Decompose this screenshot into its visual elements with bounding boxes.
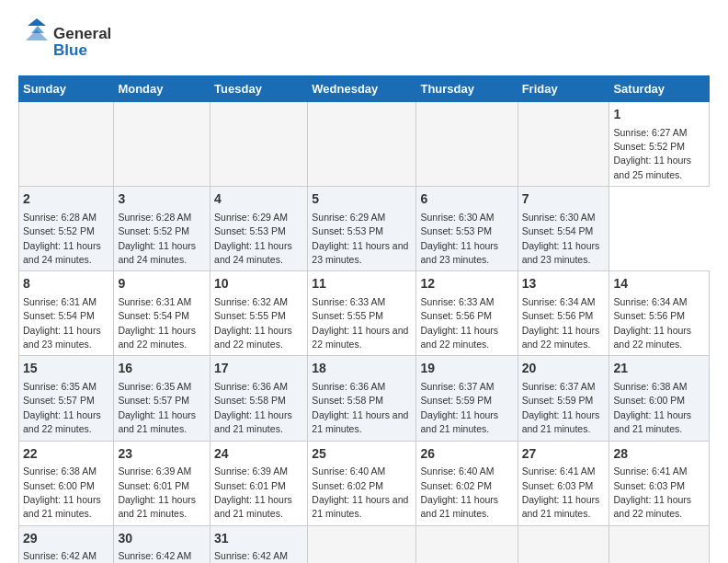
calendar-cell: 26 Sunrise: 6:40 AM Sunset: 6:02 PM Dayl… — [416, 441, 518, 525]
calendar-cell: 15 Sunrise: 6:35 AM Sunset: 5:57 PM Dayl… — [19, 356, 114, 441]
daylight-info: Daylight: 11 hours and 21 minutes. — [522, 494, 600, 519]
day-number: 8 — [23, 275, 109, 293]
day-header: Thursday — [416, 76, 518, 102]
sunrise-info: Sunrise: 6:32 AM — [214, 296, 288, 307]
calendar-cell: 12 Sunrise: 6:33 AM Sunset: 5:56 PM Dayl… — [416, 271, 518, 356]
sunset-info: Sunset: 5:56 PM — [522, 310, 594, 321]
calendar-cell: 27 Sunrise: 6:41 AM Sunset: 6:03 PM Dayl… — [518, 441, 609, 525]
sunset-info: Sunset: 6:01 PM — [118, 480, 189, 491]
sunset-info: Sunset: 5:53 PM — [420, 225, 492, 236]
calendar-cell — [609, 525, 710, 563]
calendar-cell: 23 Sunrise: 6:39 AM Sunset: 6:01 PM Dayl… — [114, 441, 210, 525]
daylight-info: Daylight: 11 hours and 25 minutes. — [613, 155, 691, 179]
day-number: 10 — [214, 275, 303, 293]
calendar-cell: 1 Sunrise: 6:27 AM Sunset: 5:52 PM Dayli… — [609, 102, 710, 187]
sunrise-info: Sunrise: 6:30 AM — [420, 212, 494, 223]
daylight-info: Daylight: 11 hours and 23 minutes. — [23, 325, 101, 350]
calendar-cell: 11 Sunrise: 6:33 AM Sunset: 5:55 PM Dayl… — [308, 271, 416, 356]
sunrise-info: Sunrise: 6:28 AM — [118, 212, 191, 223]
sunrise-info: Sunrise: 6:40 AM — [420, 465, 494, 477]
daylight-info: Daylight: 11 hours and 21 minutes. — [613, 409, 691, 434]
sunset-info: Sunset: 5:54 PM — [522, 225, 594, 236]
day-number: 20 — [522, 360, 606, 378]
svg-marker-4 — [26, 29, 48, 40]
sunset-info: Sunset: 5:55 PM — [312, 310, 383, 321]
calendar-cell: 13 Sunrise: 6:34 AM Sunset: 5:56 PM Dayl… — [518, 271, 609, 356]
calendar-cell: 25 Sunrise: 6:40 AM Sunset: 6:02 PM Dayl… — [308, 441, 416, 525]
day-number: 11 — [312, 275, 412, 293]
sunrise-info: Sunrise: 6:35 AM — [118, 381, 191, 392]
calendar-cell: 19 Sunrise: 6:37 AM Sunset: 5:59 PM Dayl… — [416, 356, 518, 441]
calendar-week-row: 2 Sunrise: 6:28 AM Sunset: 5:52 PM Dayli… — [19, 187, 710, 271]
sunrise-info: Sunrise: 6:41 AM — [613, 465, 687, 477]
calendar-table: SundayMondayTuesdayWednesdayThursdayFrid… — [18, 75, 710, 563]
calendar-cell: 18 Sunrise: 6:36 AM Sunset: 5:58 PM Dayl… — [308, 356, 416, 441]
calendar-cell — [210, 102, 308, 187]
calendar-cell — [308, 102, 416, 187]
daylight-info: Daylight: 11 hours and 21 minutes. — [312, 409, 408, 434]
sunrise-info: Sunrise: 6:27 AM — [613, 127, 687, 138]
daylight-info: Daylight: 11 hours and 21 minutes. — [420, 494, 498, 519]
calendar-cell: 21 Sunrise: 6:38 AM Sunset: 6:00 PM Dayl… — [609, 356, 710, 441]
sunrise-info: Sunrise: 6:33 AM — [312, 296, 385, 307]
sunset-info: Sunset: 6:03 PM — [613, 480, 685, 491]
calendar-week-row: 22 Sunrise: 6:38 AM Sunset: 6:00 PM Dayl… — [19, 441, 710, 525]
day-number: 29 — [23, 530, 109, 548]
sunset-info: Sunset: 5:55 PM — [214, 310, 286, 321]
calendar-cell: 29 Sunrise: 6:42 AM Sunset: 6:04 PM Dayl… — [19, 525, 114, 563]
daylight-info: Daylight: 11 hours and 23 minutes. — [420, 240, 498, 265]
sunset-info: Sunset: 5:54 PM — [23, 310, 95, 321]
day-number: 5 — [312, 190, 412, 209]
day-number: 1 — [613, 106, 705, 124]
day-number: 13 — [522, 275, 606, 293]
day-number: 30 — [118, 530, 206, 548]
day-number: 17 — [214, 360, 303, 378]
sunset-info: Sunset: 5:59 PM — [420, 395, 492, 406]
daylight-info: Daylight: 11 hours and 22 minutes. — [613, 494, 691, 519]
day-number: 2 — [23, 190, 109, 209]
day-header: Sunday — [19, 76, 114, 102]
calendar-cell: 14 Sunrise: 6:34 AM Sunset: 5:56 PM Dayl… — [609, 271, 710, 356]
calendar-cell: 3 Sunrise: 6:28 AM Sunset: 5:52 PM Dayli… — [114, 187, 210, 271]
calendar-header: SundayMondayTuesdayWednesdayThursdayFrid… — [19, 76, 710, 102]
day-number: 15 — [23, 360, 109, 378]
sunrise-info: Sunrise: 6:37 AM — [420, 381, 494, 392]
calendar-cell — [416, 102, 518, 187]
day-number: 12 — [420, 275, 513, 293]
day-number: 26 — [420, 445, 513, 464]
sunset-info: Sunset: 5:58 PM — [214, 395, 286, 406]
calendar-cell: 28 Sunrise: 6:41 AM Sunset: 6:03 PM Dayl… — [609, 441, 710, 525]
calendar-cell — [518, 525, 609, 563]
day-header: Wednesday — [308, 76, 416, 102]
sunset-info: Sunset: 5:57 PM — [118, 395, 189, 406]
sunrise-info: Sunrise: 6:38 AM — [613, 381, 687, 392]
sunrise-info: Sunrise: 6:38 AM — [23, 465, 97, 477]
day-number: 4 — [214, 190, 303, 209]
sunset-info: Sunset: 6:02 PM — [420, 480, 492, 491]
calendar-cell — [518, 102, 609, 187]
sunrise-info: Sunrise: 6:34 AM — [613, 296, 687, 307]
calendar-week-row: 1 Sunrise: 6:27 AM Sunset: 5:52 PM Dayli… — [19, 102, 710, 187]
day-number: 6 — [420, 190, 513, 209]
sunrise-info: Sunrise: 6:36 AM — [214, 381, 288, 392]
calendar-cell: 10 Sunrise: 6:32 AM Sunset: 5:55 PM Dayl… — [210, 271, 308, 356]
day-number: 7 — [522, 190, 606, 209]
daylight-info: Daylight: 11 hours and 22 minutes. — [420, 325, 498, 350]
calendar-cell — [416, 525, 518, 563]
daylight-info: Daylight: 11 hours and 24 minutes. — [118, 240, 196, 265]
sunrise-info: Sunrise: 6:30 AM — [522, 212, 596, 223]
daylight-info: Daylight: 11 hours and 21 minutes. — [118, 409, 196, 434]
day-number: 19 — [420, 360, 513, 378]
sunset-info: Sunset: 5:52 PM — [118, 225, 189, 236]
daylight-info: Daylight: 11 hours and 22 minutes. — [312, 325, 408, 350]
day-number: 21 — [613, 360, 705, 378]
calendar-cell: 8 Sunrise: 6:31 AM Sunset: 5:54 PM Dayli… — [19, 271, 114, 356]
day-number: 9 — [118, 275, 206, 293]
calendar-cell: 20 Sunrise: 6:37 AM Sunset: 5:59 PM Dayl… — [518, 356, 609, 441]
sunrise-info: Sunrise: 6:33 AM — [420, 296, 494, 307]
sunrise-info: Sunrise: 6:29 AM — [312, 212, 385, 223]
svg-text:General: General — [53, 25, 111, 42]
daylight-info: Daylight: 11 hours and 22 minutes. — [23, 409, 101, 434]
daylight-info: Daylight: 11 hours and 22 minutes. — [522, 325, 600, 350]
sunrise-info: Sunrise: 6:34 AM — [522, 296, 596, 307]
